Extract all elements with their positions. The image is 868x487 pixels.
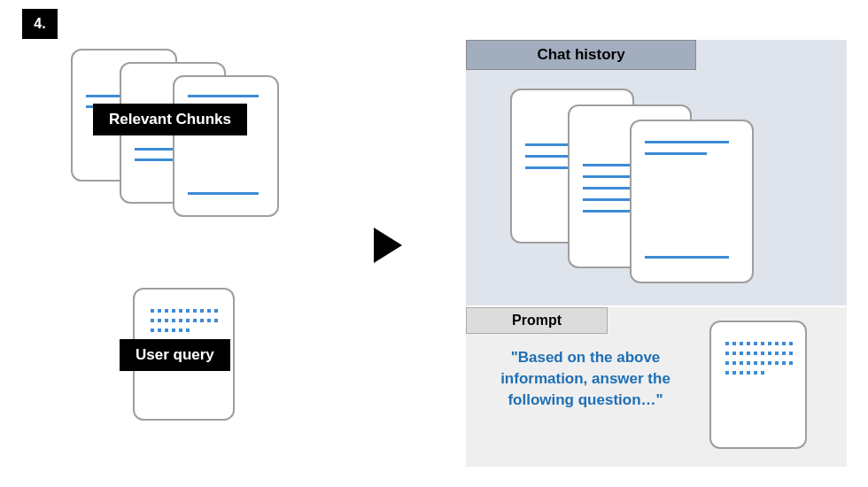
relevant-chunks-label: Relevant Chunks: [93, 104, 247, 135]
chat-history-label-text: Chat history: [537, 46, 624, 64]
doc-line: [188, 95, 259, 97]
doc-dotrow: [725, 371, 764, 375]
step-number-badge: 4.: [22, 9, 58, 39]
doc-line: [645, 141, 729, 143]
prompt-tab: Prompt: [466, 307, 608, 334]
user-query-label-text: User query: [136, 346, 214, 363]
prompt-query-doc: [709, 321, 811, 453]
user-query-group: User query: [124, 288, 248, 447]
relevant-chunks-label-text: Relevant Chunks: [109, 111, 231, 128]
doc-line: [583, 210, 632, 213]
prompt-panel: Prompt "Based on the above information, …: [466, 307, 847, 467]
chat-history-panel: Chat history: [466, 40, 847, 305]
doc-dotrow: [725, 342, 793, 345]
doc-dotrow: [151, 309, 218, 313]
prompt-doc-card: [709, 321, 807, 449]
prompt-instruction-text: "Based on the above information, answer …: [484, 347, 687, 410]
svg-marker-0: [374, 228, 402, 263]
doc-dotrow: [725, 361, 793, 365]
chunk-doc-front: [173, 75, 279, 217]
prompt-label-text: Prompt: [512, 313, 562, 329]
doc-line: [188, 192, 259, 195]
relevant-chunks-group: Relevant Chunks: [71, 49, 292, 226]
arrow-right-icon: [372, 226, 406, 268]
doc-dotrow: [725, 352, 793, 355]
chat-history-tab: Chat history: [466, 40, 696, 70]
user-query-label: User query: [120, 339, 230, 371]
doc-line: [645, 152, 707, 155]
doc-dotrow: [151, 329, 190, 332]
step-number-text: 4.: [34, 16, 45, 32]
chat-history-docs-group: [510, 89, 776, 292]
history-doc-front: [630, 120, 754, 283]
doc-line: [645, 256, 729, 259]
doc-dotrow: [151, 319, 218, 322]
